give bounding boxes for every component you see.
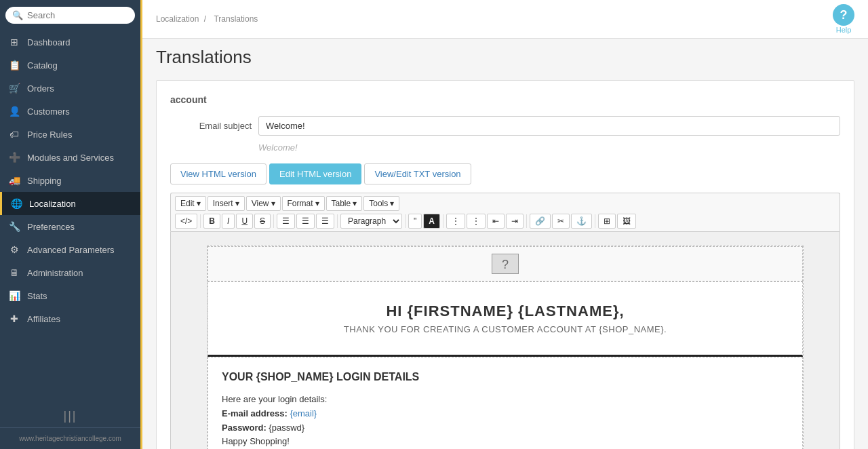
toolbar-align-left-btn[interactable]: ☰ [277,214,295,229]
toolbar-bold-btn[interactable]: B [203,214,220,229]
toolbar-sep-2 [273,214,274,228]
nav-icon-affiliates: ✚ [8,313,20,324]
toolbar-insert-menu[interactable]: Insert ▾ [208,196,245,211]
sidebar-item-stats[interactable]: 📊 Stats [0,284,140,307]
email-login-title: YOUR {SHOP_NAME} LOGIN DETAILS [222,371,789,383]
section-label: account [170,94,840,105]
toolbar-align-right-btn[interactable]: ☰ [316,214,334,229]
sidebar-collapse-btn[interactable]: ||| [0,405,140,427]
nav-icon-stats: 📊 [8,290,20,301]
nav-icon-catalog: 📋 [8,60,20,71]
sidebar-item-label-administration: Administration [27,268,83,278]
sidebar-item-price-rules[interactable]: 🏷 Price Rules [0,123,140,146]
tab-edit-html[interactable]: Edit HTML version [269,163,361,184]
sidebar-search-container: 🔍 [0,0,140,31]
toolbar-blockquote-btn[interactable]: " [408,214,422,229]
help-button[interactable]: ? Help [833,4,854,34]
nav-icon-shipping: 🚚 [8,175,20,186]
toolbar-unlink-btn[interactable]: ✂ [552,214,570,229]
sidebar-item-label-localization: Localization [29,199,76,209]
toolbar-table-btn[interactable]: ⊞ [598,214,616,229]
email-subgreeting: THANK YOU FOR CREATING A CUSTOMER ACCOUN… [222,324,789,334]
toolbar-strikethrough-btn[interactable]: S [254,214,271,229]
sidebar-item-label-dashboard: Dashboard [27,37,71,47]
search-input[interactable] [27,10,128,20]
help-icon: ? [833,4,854,26]
sidebar-item-advanced[interactable]: ⚙ Advanced Parameters [0,238,140,261]
toolbar-list-ol-btn[interactable]: ⋮ [467,214,486,229]
email-body-intro: Here are your login details: [222,393,789,407]
nav-icon-modules: ➕ [8,152,20,163]
email-subject-label: Email subject [170,121,252,131]
email-header-block: ? [208,246,803,281]
email-greeting: HI {FIRSTNAME} {LASTNAME}, [222,302,789,320]
toolbar-link-btn[interactable]: 🔗 [530,214,551,229]
toolbar-table-menu[interactable]: Table ▾ [326,196,363,211]
email-preview: ? HI {FIRSTNAME} {LASTNAME}, THANK YOU F… [171,232,840,449]
toolbar-row-2: </> B I U S ☰ ☰ ☰ Paragraph Heading 1 He… [175,214,835,229]
sidebar-item-preferences[interactable]: 🔧 Preferences [0,215,140,238]
tab-view-html[interactable]: View HTML version [170,163,267,184]
email-subject-row: Email subject [170,116,840,136]
sidebar-item-label-catalog: Catalog [27,60,58,71]
version-tabs: View HTML version Edit HTML version View… [170,163,840,184]
nav-icon-orders: 🛒 [8,83,20,94]
toolbar-align-center-btn[interactable]: ☰ [296,214,315,229]
toolbar-indent-in-btn[interactable]: ⇥ [506,214,524,229]
toolbar-tools-menu[interactable]: Tools ▾ [363,196,399,211]
breadcrumb: Localization / Translations [156,14,260,24]
sidebar-item-label-advanced: Advanced Parameters [27,245,115,255]
sidebar-item-label-price-rules: Price Rules [27,130,72,140]
toolbar-format-menu[interactable]: Format ▾ [282,196,325,211]
email-inner: ? HI {FIRSTNAME} {LASTNAME}, THANK YOU F… [207,246,804,449]
sidebar-item-dashboard[interactable]: ⊞ Dashboard [0,31,140,54]
email-email-line: E-mail address: {email} [222,407,789,421]
sidebar-item-label-preferences: Preferences [27,222,75,232]
toolbar-sep-1 [200,214,201,228]
sidebar-item-administration[interactable]: 🖥 Administration [0,261,140,284]
toolbar-list-ul-btn[interactable]: ⋮ [446,214,465,229]
nav-icon-advanced: ⚙ [8,244,20,255]
nav-icon-price-rules: 🏷 [8,129,20,140]
breadcrumb-parent[interactable]: Localization [156,14,199,24]
toolbar-view-menu[interactable]: View ▾ [246,196,281,211]
toolbar-edit-menu[interactable]: Edit ▾ [175,196,206,211]
toolbar-anchor-btn[interactable]: ⚓ [571,214,592,229]
content-area: account Email subject Welcome! View HTML… [142,73,868,449]
toolbar-italic-btn[interactable]: I [222,214,235,229]
sidebar-item-label-affiliates: Affiliates [27,314,60,324]
toolbar-highlight-btn[interactable]: A [423,214,440,229]
sidebar: 🔍 ⊞ Dashboard 📋 Catalog 🛒 Orders 👤 Custo… [0,0,142,449]
email-subject-hint: Welcome! [258,142,840,153]
toolbar-code-btn[interactable]: </> [175,214,197,229]
sidebar-item-label-shipping: Shipping [27,176,62,186]
sidebar-item-modules[interactable]: ➕ Modules and Services [0,146,140,169]
toolbar-underline-btn[interactable]: U [236,214,253,229]
sidebar-item-localization[interactable]: 🌐 Localization [0,192,140,215]
main-card: account Email subject Welcome! View HTML… [156,80,854,449]
breadcrumb-separator: / [204,14,206,24]
email-header-image: ? [492,254,519,274]
toolbar-image-btn[interactable]: 🖼 [617,214,636,229]
toolbar-indent-out-btn[interactable]: ⇤ [487,214,505,229]
email-subject-input[interactable] [258,116,840,136]
toolbar-sep-7 [595,214,595,228]
sidebar-item-shipping[interactable]: 🚚 Shipping [0,169,140,192]
sidebar-item-catalog[interactable]: 📋 Catalog [0,54,140,77]
toolbar-sep-3 [337,214,338,228]
sidebar-item-orders[interactable]: 🛒 Orders [0,77,140,100]
search-icon: 🔍 [12,10,23,20]
sidebar-footer: www.heritagechristiancollege.com [0,427,140,449]
toolbar-sep-5 [443,214,443,228]
nav-icon-localization: 🌐 [10,198,22,209]
email-password-line: Password: {passwd} [222,421,789,435]
sidebar-item-customers[interactable]: 👤 Customers [0,100,140,123]
email-body: YOUR {SHOP_NAME} LOGIN DETAILS Here are … [208,357,803,449]
email-link: {email} [290,408,317,418]
toolbar-sep-6 [526,214,527,228]
sidebar-item-affiliates[interactable]: ✚ Affiliates [0,307,140,330]
toolbar-paragraph-select[interactable]: Paragraph Heading 1 Heading 2 [340,214,402,229]
editor-content[interactable]: ? HI {FIRSTNAME} {LASTNAME}, THANK YOU F… [170,231,840,449]
tab-view-txt[interactable]: View/Edit TXT version [364,163,471,184]
toolbar-sep-4 [405,214,406,228]
